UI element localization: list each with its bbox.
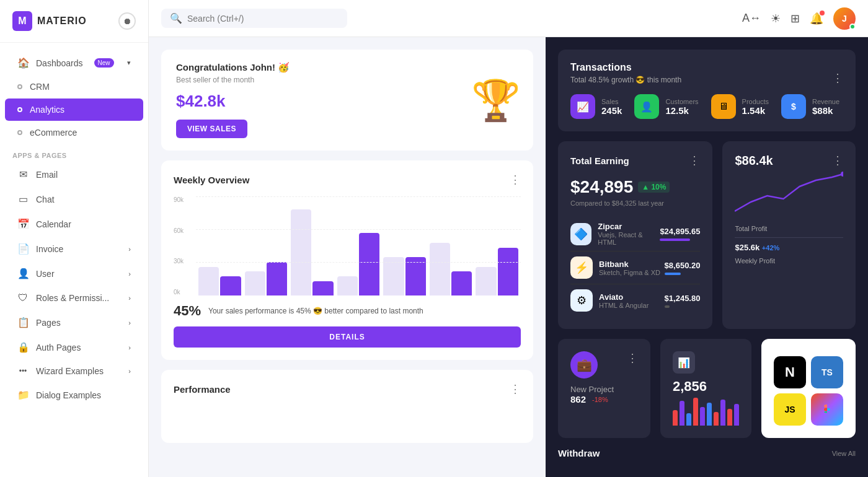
logo-text: MATERIO: [37, 15, 87, 27]
header: 🔍 A↔ ☀ ⊞ 🔔 J: [149, 0, 868, 37]
grid-icon[interactable]: ⊞: [790, 12, 800, 25]
weekly-menu-icon[interactable]: ⋮: [510, 173, 521, 186]
zipcar-progress-bar: [660, 239, 690, 241]
stat-sales-label: Sales: [601, 98, 622, 105]
sidebar-item-label: Email: [36, 170, 58, 180]
congrats-subtitle: Best seller of the month: [176, 76, 521, 84]
stat-customers-label: Customers: [665, 98, 698, 105]
sidebar-item-ecommerce[interactable]: eCommerce: [5, 121, 143, 144]
main-area: 🔍 A↔ ☀ ⊞ 🔔 J Congratulations John! 🥳 Bes…: [149, 0, 868, 477]
sidebar-item-auth[interactable]: 🔒 Auth Pages ›: [5, 335, 143, 359]
details-button[interactable]: DETAILS: [174, 326, 521, 348]
transactions-header: Transactions Total 48.5% growth 😎 this m…: [570, 62, 843, 94]
stat-sales: 📈 Sales 245k: [570, 94, 622, 119]
total-profit-card: $86.4k ⋮ Total Profit $25.6k +42%: [722, 141, 856, 329]
tech-logos-grid: N TS JS: [774, 356, 843, 426]
sidebar-item-roles[interactable]: 🛡 Roles & Permissi... ›: [5, 286, 143, 310]
project-badge: -18%: [592, 396, 608, 403]
profit-amount: $86.4k: [735, 154, 773, 168]
bar-group: [383, 257, 426, 295]
bar-light: [430, 243, 450, 295]
transactions-menu-icon[interactable]: ⋮: [832, 71, 843, 85]
calendar-icon: 📅: [17, 218, 29, 230]
mini-bar: [727, 409, 732, 426]
nav-circle-icon: [17, 107, 22, 112]
tech-logos-card: N TS JS: [761, 339, 856, 438]
performance-header: Performance ⋮: [174, 382, 521, 396]
aviato-tech: HTML & Angular: [599, 302, 649, 309]
avatar[interactable]: J: [833, 7, 856, 30]
sidebar-item-chat[interactable]: ▭ Chat: [5, 187, 143, 211]
y-label-90k: 90k: [174, 196, 184, 203]
aviato-info: Aviato HTML & Angular: [599, 292, 649, 309]
sidebar-item-wizard[interactable]: ••• Wizard Examples ›: [5, 360, 143, 382]
search-bar[interactable]: 🔍: [161, 9, 347, 28]
sidebar-main-nav: 🏠 Dashboards New ▾ CRM Analytics eCommer…: [0, 43, 148, 415]
transactions-stats: 📈 Sales 245k 👤 Customers 12.5k: [570, 94, 843, 119]
chevron-right-icon: ›: [128, 245, 131, 253]
chart-percent: 45%: [174, 303, 201, 319]
bitbank-amount-col: $8,650.20: [665, 261, 701, 275]
sidebar-item-label: Auth Pages: [36, 343, 81, 352]
performance-content: [174, 406, 521, 431]
bar-group: [476, 248, 518, 296]
sidebar-item-email[interactable]: ✉ Email: [5, 162, 143, 186]
sidebar-item-invoice[interactable]: 📄 Invoice ›: [5, 237, 143, 261]
mini-bar: [673, 410, 678, 426]
sales-icon: 📈: [570, 94, 595, 119]
project-value: 862: [570, 394, 586, 405]
zipcar-tech: Vuejs, React & HTML: [598, 231, 660, 246]
bar-light: [291, 209, 311, 296]
sidebar-item-dashboards[interactable]: 🏠 Dashboards New ▾: [5, 51, 143, 75]
aviato-amount: $1,245.80: [665, 294, 701, 303]
chat-icon: ▭: [17, 193, 29, 205]
search-icon: 🔍: [170, 12, 182, 24]
sidebar-item-pages[interactable]: 📋 Pages ›: [5, 310, 143, 335]
earning-menu-icon[interactable]: ⋮: [689, 154, 700, 167]
sidebar-item-dialog[interactable]: 📁 Dialog Examples: [5, 383, 143, 407]
sidebar-item-calendar[interactable]: 📅 Calendar: [5, 212, 143, 236]
transactions-subtitle: Total 48.5% growth 😎 this month: [570, 76, 681, 84]
profit-menu-icon[interactable]: ⋮: [832, 154, 843, 167]
chart-footer: 45% Your sales performance is 45% 😎 bett…: [174, 303, 521, 319]
view-sales-button[interactable]: VIEW SALES: [176, 120, 247, 138]
weekly-card-header: Weekly Overview ⋮: [174, 173, 521, 186]
new-project-label: New Project: [570, 385, 614, 394]
view-all-withdraw[interactable]: View All: [832, 450, 856, 457]
bar-purple: [451, 271, 472, 295]
earning-subtitle: Compared to $84,325 last year: [570, 199, 700, 207]
bitbank-name: Bitbank: [599, 260, 660, 269]
project-menu-icon[interactable]: ⋮: [627, 351, 638, 365]
performance-menu-icon[interactable]: ⋮: [510, 382, 521, 396]
y-label-60k: 60k: [174, 227, 184, 234]
email-icon: ✉: [17, 168, 29, 180]
bell-icon[interactable]: 🔔: [810, 12, 823, 25]
earning-title: Total Earning: [570, 155, 629, 166]
sidebar-item-crm[interactable]: CRM: [5, 76, 143, 98]
grid-line-1: [196, 229, 521, 230]
sidebar-item-label: Chat: [36, 195, 55, 204]
zipcar-amount: $24,895.65: [660, 227, 700, 236]
y-label-30k: 30k: [174, 258, 184, 265]
translate-icon[interactable]: A↔: [742, 12, 761, 25]
new-project-top-left: 💼 New Project 862 -18%: [570, 351, 614, 405]
profit-line-end-dot: [841, 172, 843, 177]
project-value-row: 862 -18%: [570, 394, 614, 405]
aviato-name: Aviato: [599, 292, 649, 302]
big-num-top: 📊: [673, 351, 739, 379]
nextjs-logo: N: [774, 356, 806, 388]
sidebar-item-user[interactable]: 👤 User ›: [5, 261, 143, 286]
search-input[interactable]: [187, 14, 296, 24]
sidebar-item-analytics[interactable]: Analytics: [5, 98, 143, 121]
chart-description: Your sales performance is 45% 😎 better c…: [208, 307, 423, 315]
total-profit-label: Total Profit: [735, 225, 843, 232]
customers-icon: 👤: [634, 94, 659, 119]
transactions-title-group: Transactions Total 48.5% growth 😎 this m…: [570, 62, 681, 94]
sun-icon[interactable]: ☀: [771, 12, 781, 25]
weekly-profit-row: $25.6k +42% Weekly Profit: [735, 237, 843, 265]
trophy-emoji: 🏆: [471, 77, 521, 123]
figma-icon-svg: [820, 403, 834, 416]
bar-group: [245, 262, 288, 295]
record-icon[interactable]: ⏺: [118, 12, 136, 30]
sidebar-item-label: Calendar: [36, 219, 71, 229]
